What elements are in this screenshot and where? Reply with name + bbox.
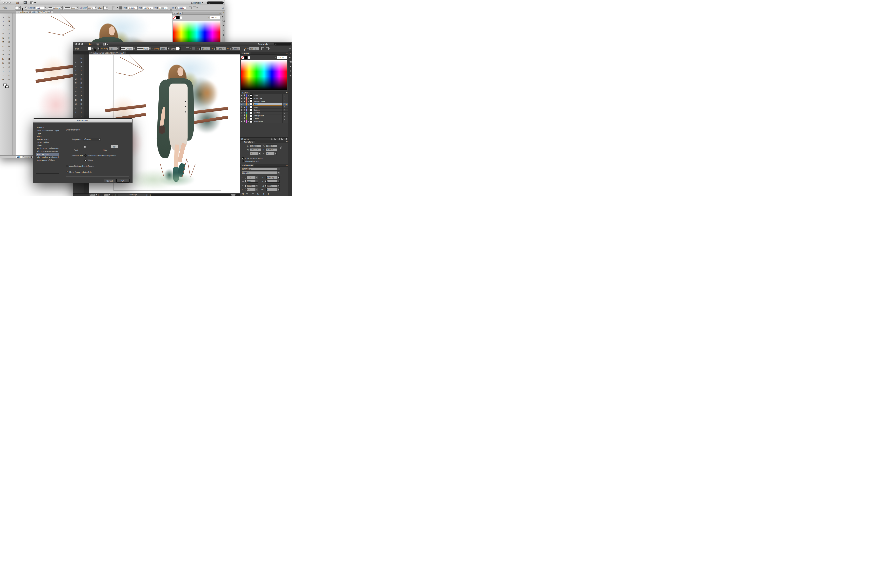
lock-toggle[interactable]	[243, 120, 246, 123]
w-field[interactable]: 0.309 in	[266, 144, 277, 147]
tracking-field[interactable]: 0	[266, 180, 277, 183]
brush-select[interactable]: Basic	[64, 6, 76, 9]
stroke-weight-caret[interactable]	[44, 6, 47, 9]
vertical-scale-field[interactable]: 100%	[246, 184, 256, 187]
layer-target-circle[interactable]	[284, 100, 285, 102]
char-rotation-stepper[interactable]	[264, 189, 266, 190]
document-tab[interactable]: × fashion.ai* @ 126% (CMYK/Preview)	[16, 10, 53, 13]
tool-icon[interactable]: ◔	[79, 73, 84, 77]
panel-menu-icon[interactable]: ▾≡	[219, 12, 221, 14]
select-similar-caret[interactable]	[189, 48, 191, 49]
horizontal-scale-stepper[interactable]	[264, 185, 266, 187]
layer-row[interactable]: Mask	[240, 94, 288, 97]
scroll-left-arrow[interactable]: ◀	[149, 194, 151, 196]
stroke-panel-icon[interactable]: ≡	[290, 70, 291, 72]
rotate-caret[interactable]	[258, 152, 261, 155]
tool-icon[interactable]: ⊕	[0, 52, 6, 57]
h-stepper[interactable]	[247, 48, 249, 50]
lock-toggle[interactable]	[243, 106, 246, 108]
zoom-caret[interactable]	[23, 156, 24, 158]
artboards-icon[interactable]: ▦	[290, 75, 291, 76]
fill-caret[interactable]	[91, 47, 93, 51]
stroke-panel-link[interactable]: Stroke:	[101, 48, 107, 50]
new-sublayer-icon[interactable]	[278, 138, 280, 140]
rotate-field[interactable]: 0°	[250, 152, 258, 155]
tool-icon[interactable]: ⌘	[6, 19, 12, 23]
drag-handle[interactable]	[1, 6, 2, 9]
kerning-caret[interactable]	[256, 180, 258, 183]
align-icon[interactable]	[193, 6, 196, 9]
lock-toggle[interactable]	[243, 103, 246, 106]
tool-icon[interactable]: ◇	[73, 85, 79, 89]
font-size-stepper[interactable]	[245, 177, 246, 178]
dialog-titlebar[interactable]: Preferences	[33, 118, 132, 123]
lock-toggle[interactable]	[243, 97, 246, 100]
brush-caret[interactable]	[76, 6, 78, 9]
tool-icon[interactable]: ▷	[79, 56, 84, 60]
lock-toggle[interactable]	[243, 112, 246, 114]
stroke-caret[interactable]	[98, 47, 100, 51]
tool-icon[interactable]: ∷	[73, 114, 79, 118]
tool-icon[interactable]: ▦	[0, 77, 6, 82]
font-size-field[interactable]: 12 pt	[246, 176, 256, 179]
layer-row[interactable]: Stripes	[240, 109, 288, 112]
align-icon[interactable]	[266, 47, 269, 50]
disclosure-triangle[interactable]	[247, 104, 249, 105]
color-panel-tab[interactable]: ◇Color	[173, 12, 183, 15]
layer-name[interactable]: Painted Blurs	[253, 100, 283, 102]
layer-row[interactable]: Hair	[240, 103, 288, 106]
tool-icon[interactable]: ▤	[73, 102, 79, 106]
font-style-caret[interactable]	[278, 171, 280, 174]
constrain-proportions-icon[interactable]	[279, 146, 281, 148]
layer-row[interactable]: Clothes	[240, 112, 288, 115]
tool-icon[interactable]: ⊠	[79, 93, 84, 98]
panel-menu-icon[interactable]: ▾≡	[286, 52, 287, 54]
close-button[interactable]	[75, 43, 77, 45]
tool-icon[interactable]: ∿	[6, 27, 12, 32]
vertical-scale-stepper[interactable]	[245, 185, 246, 187]
layer-target-circle[interactable]	[284, 95, 285, 96]
tool-icon[interactable]: ◫	[79, 77, 84, 81]
new-layer-icon[interactable]	[281, 138, 283, 140]
horizontal-scale-caret[interactable]	[277, 184, 280, 187]
shear-field[interactable]: 0°	[266, 152, 274, 155]
layer-thumbnail[interactable]	[250, 121, 252, 123]
w-stepper[interactable]	[157, 7, 158, 9]
tool-icon[interactable]: ⊕	[73, 93, 79, 98]
tool-icon[interactable]: ≋	[73, 89, 79, 93]
x-field[interactable]: -1.51 in	[250, 144, 261, 147]
color-panel-tab[interactable]: ◇Color	[241, 52, 251, 54]
tool-icon[interactable]: ✎	[0, 23, 6, 27]
stroke-weight-field[interactable]: 1 pt	[108, 47, 117, 51]
baseline-shift-field[interactable]: 0 pt	[246, 188, 256, 191]
lock-toggle[interactable]	[243, 109, 246, 111]
font-style-select[interactable]: Regular	[242, 171, 278, 174]
make-clipping-mask-icon[interactable]	[274, 138, 276, 140]
layer-name[interactable]: Mask	[253, 94, 283, 97]
artboard-nav-prev[interactable]: |◀ ◀	[26, 156, 30, 158]
layer-target-circle[interactable]	[284, 106, 285, 108]
panel-options-icon[interactable]: ▾≡	[289, 48, 291, 50]
width-profile-select[interactable]: Uniform	[120, 47, 133, 51]
tool-icon[interactable]: ≋	[0, 48, 6, 52]
w-field[interactable]: 0.309 in	[231, 47, 240, 51]
close-button[interactable]	[3, 2, 5, 4]
brush-caret[interactable]	[149, 47, 151, 51]
layer-thumbnail[interactable]	[250, 115, 252, 117]
layers-panel-tab[interactable]: Layers	[241, 91, 250, 94]
tool-icon[interactable]: ✧	[6, 69, 12, 73]
tool-icon[interactable]: ✧	[79, 110, 84, 114]
white-swatch[interactable]	[248, 56, 250, 59]
transform-icon[interactable]	[261, 47, 264, 50]
visibility-toggle[interactable]	[240, 117, 243, 120]
disclosure-triangle[interactable]	[247, 112, 249, 114]
tool-icon[interactable]: ▭	[73, 73, 79, 77]
transform-panel-tab[interactable]: ◇Transform	[241, 140, 255, 143]
layer-target-circle[interactable]	[284, 118, 285, 120]
tool-icon[interactable]: ◧	[0, 57, 6, 61]
tool-icon[interactable]: ▨	[6, 40, 12, 44]
align-caret[interactable]	[196, 7, 198, 8]
locate-object-icon[interactable]	[271, 138, 273, 140]
cancel-button[interactable]: Cancel	[104, 179, 115, 183]
stroke-weight-stepper[interactable]	[107, 48, 108, 50]
